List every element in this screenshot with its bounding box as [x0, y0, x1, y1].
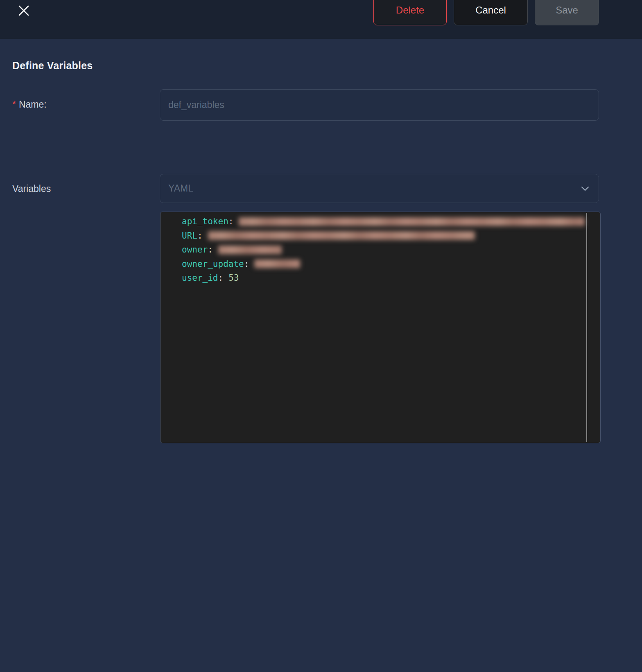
header-bar: Delete Cancel Save: [0, 0, 642, 39]
yaml-key: api_token: [182, 214, 228, 229]
name-input[interactable]: [160, 89, 599, 121]
select-value: YAML: [168, 183, 580, 194]
variables-field-label: Variables: [12, 183, 51, 194]
close-button[interactable]: [16, 2, 32, 19]
required-marker: *: [12, 99, 16, 110]
save-button[interactable]: Save: [535, 0, 599, 25]
name-label-text: Name:: [19, 99, 47, 110]
redacted-value: [218, 246, 282, 254]
code-line: owner:: [160, 243, 586, 257]
name-field-label: *Name:: [12, 99, 47, 110]
redacted-value: [239, 217, 585, 226]
yaml-colon: :: [208, 243, 213, 257]
yaml-colon: :: [244, 257, 249, 271]
yaml-colon: :: [218, 271, 224, 285]
yaml-key: URL: [182, 229, 197, 243]
code-lines: api_token:URL:owner:owner_update:user_id…: [160, 214, 586, 285]
yaml-value: 53: [228, 271, 239, 285]
variables-yaml-editor[interactable]: api_token:URL:owner:owner_update:user_id…: [160, 212, 601, 443]
close-icon: [18, 5, 30, 17]
delete-button[interactable]: Delete: [373, 0, 447, 25]
yaml-colon: :: [228, 214, 234, 229]
yaml-key: owner: [182, 243, 208, 257]
editor-scrollbar[interactable]: [586, 213, 587, 442]
redacted-value: [254, 259, 300, 268]
yaml-key: owner_update: [182, 257, 244, 271]
code-line: owner_update:: [160, 257, 586, 271]
yaml-key: user_id: [182, 271, 218, 285]
page-title: Define Variables: [12, 60, 93, 72]
variables-format-select[interactable]: YAML: [160, 174, 599, 203]
cancel-button[interactable]: Cancel: [454, 0, 528, 25]
code-line: URL:: [160, 229, 586, 243]
redacted-value: [208, 231, 475, 240]
yaml-colon: :: [197, 229, 203, 243]
chevron-down-icon: [580, 183, 590, 194]
code-line: api_token:: [160, 214, 586, 229]
code-line: user_id:53: [160, 271, 586, 285]
